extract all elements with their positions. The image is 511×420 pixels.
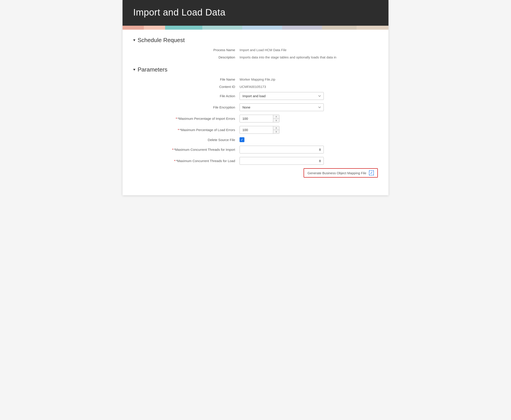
max-threads-load-label: *Maximum Concurrent Threads for Load [147, 159, 240, 163]
content-id-row: Content ID UCMFA00105173 [133, 85, 378, 89]
max-import-errors-row: *Maximum Percentage of Import Errors 100… [133, 115, 378, 122]
generate-mapping-text: Generate Business Object Mapping File [308, 171, 366, 175]
decrement-import-errors-button[interactable]: ∨ [273, 119, 279, 122]
schedule-request-header: Schedule Request [133, 37, 378, 44]
page-wrapper: Import and Load Data Schedule Request Pr… [123, 0, 388, 195]
max-import-errors-value: 100 [240, 115, 273, 122]
max-load-errors-label: *Maximum Percentage of Load Errors [147, 128, 240, 132]
max-import-errors-label: *Maximum Percentage of Import Errors [147, 117, 240, 120]
max-threads-import-label: *Maximum Concurrent Threads for Import [147, 148, 240, 151]
decrement-load-errors-button[interactable]: ∨ [273, 130, 279, 134]
max-threads-import-input[interactable] [240, 146, 324, 153]
max-import-errors-spinner: 100 ∧ ∨ [240, 115, 279, 122]
process-name-row: Process Name Import and Load HCM Data Fi… [133, 48, 378, 52]
increment-import-errors-button[interactable]: ∧ [273, 115, 279, 119]
schedule-request-title: Schedule Request [138, 37, 185, 44]
delete-source-label: Delete Source File [147, 138, 240, 142]
section-collapse-icon[interactable] [133, 39, 135, 41]
delete-source-checkbox-wrapper: ✓ [240, 137, 244, 142]
spinner-buttons-load: ∧ ∨ [273, 126, 279, 134]
generate-mapping-row: Generate Business Object Mapping File ✓ [133, 168, 378, 178]
schedule-request-section: Schedule Request Process Name Import and… [133, 37, 378, 59]
page-content: Schedule Request Process Name Import and… [123, 30, 388, 195]
spinner-buttons: ∧ ∨ [273, 115, 279, 122]
process-name-label: Process Name [147, 48, 240, 52]
description-label: Description [147, 55, 240, 59]
file-name-value: Worker Mapping File.zip [240, 77, 275, 81]
file-action-select[interactable]: Import and load Import only Load only [240, 92, 324, 100]
delete-source-row: Delete Source File ✓ [133, 137, 378, 142]
description-row: Description Imports data into the stage … [133, 55, 378, 59]
max-threads-load-input[interactable] [240, 157, 324, 165]
parameters-section: Parameters File Name Worker Mapping File… [133, 66, 378, 178]
content-id-value: UCMFA00105173 [240, 85, 266, 89]
decorative-banner [123, 26, 388, 30]
file-encryption-select[interactable]: None PGP GPG [240, 103, 324, 111]
max-load-errors-value: 100 [240, 126, 273, 134]
file-action-row: File Action Import and load Import only … [133, 92, 378, 100]
file-action-label: File Action [147, 94, 240, 98]
file-encryption-label: File Encryption [147, 105, 240, 109]
parameters-title: Parameters [138, 66, 167, 73]
content-id-label: Content ID [147, 85, 240, 89]
delete-source-checkbox[interactable]: ✓ [240, 137, 244, 142]
generate-mapping-highlight: Generate Business Object Mapping File ✓ [304, 168, 378, 178]
max-load-errors-spinner: 100 ∧ ∨ [240, 126, 279, 134]
max-threads-load-row: *Maximum Concurrent Threads for Load [133, 157, 378, 165]
max-load-errors-row: *Maximum Percentage of Load Errors 100 ∧… [133, 126, 378, 134]
page-title: Import and Load Data [133, 7, 378, 18]
generate-mapping-checkbox[interactable]: ✓ [369, 171, 374, 175]
page-header: Import and Load Data [123, 0, 388, 26]
parameters-header: Parameters [133, 66, 378, 73]
process-name-value: Import and Load HCM Data File [240, 48, 286, 52]
max-threads-import-row: *Maximum Concurrent Threads for Import [133, 146, 378, 153]
file-name-label: File Name [147, 77, 240, 81]
parameters-collapse-icon[interactable] [133, 69, 135, 71]
increment-load-errors-button[interactable]: ∧ [273, 126, 279, 130]
file-encryption-row: File Encryption None PGP GPG [133, 103, 378, 111]
description-value: Imports data into the stage tables and o… [240, 55, 336, 59]
file-name-row: File Name Worker Mapping File.zip [133, 77, 378, 81]
